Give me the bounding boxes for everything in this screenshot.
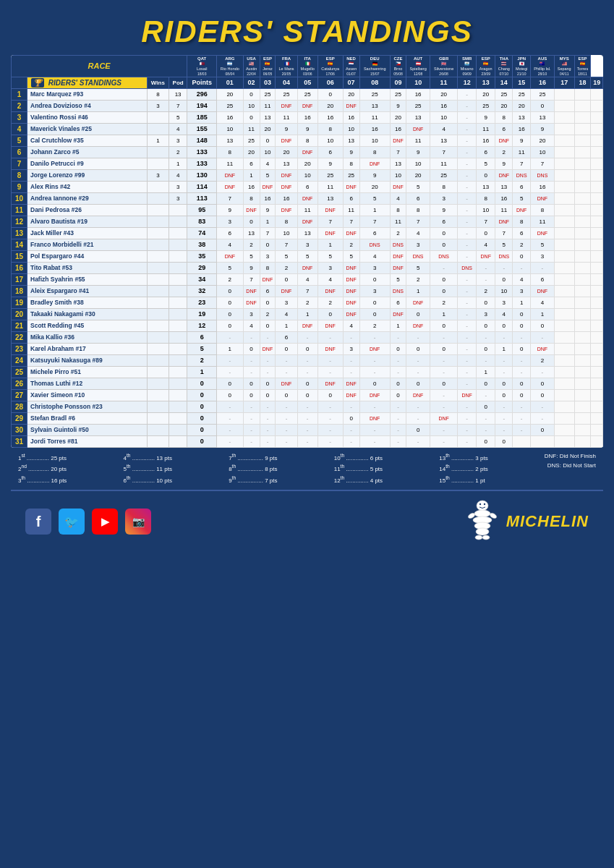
race-result-7: 10 bbox=[343, 123, 359, 135]
rider-podiums bbox=[169, 216, 187, 227]
race-num-19: 19 bbox=[591, 77, 603, 88]
race-result-3: 6 bbox=[260, 285, 276, 297]
race-result-12: - bbox=[458, 285, 477, 297]
race-result-19 bbox=[591, 343, 603, 354]
rider-points: 133 bbox=[187, 158, 217, 169]
race-result-13: 0 bbox=[477, 227, 495, 239]
race-result-3: 11 bbox=[260, 100, 276, 111]
rider-points: 133 bbox=[187, 146, 217, 158]
race-result-17 bbox=[554, 216, 574, 227]
rider-position: 8 bbox=[12, 169, 27, 181]
race-result-5: 0 bbox=[297, 389, 317, 401]
race-result-15: 1 bbox=[513, 297, 531, 308]
rider-points: 35 bbox=[187, 250, 217, 262]
rider-podiums: 5 bbox=[169, 111, 187, 123]
race-flag-14: ESP 🇪🇸 Aragon 23/09 bbox=[477, 56, 495, 77]
race-result-16: 25 bbox=[530, 88, 554, 100]
rider-podiums bbox=[169, 227, 187, 239]
race-result-9: - bbox=[390, 412, 406, 424]
race-result-3: 20 bbox=[260, 123, 276, 135]
race-result-16: 20 bbox=[530, 135, 554, 146]
race-result-8: 0 bbox=[359, 378, 390, 389]
wins-header: Wins bbox=[147, 77, 169, 88]
rider-wins bbox=[147, 366, 169, 378]
svg-point-10 bbox=[483, 503, 485, 505]
race-result-4: 20 bbox=[276, 146, 297, 158]
rider-name: Alex Rins #42 bbox=[27, 181, 148, 192]
race-result-13: 10 bbox=[477, 204, 495, 216]
race-result-17 bbox=[554, 111, 574, 123]
race-result-6: 3 bbox=[317, 262, 343, 273]
race-result-12: - bbox=[458, 88, 477, 100]
twitter-icon[interactable]: 🐦 bbox=[59, 509, 85, 535]
race-num-17: 17 bbox=[554, 77, 574, 88]
race-result-8: 2 bbox=[359, 320, 390, 331]
table-row: 4Maverick Vinales #254155101120998101616… bbox=[12, 123, 603, 135]
race-result-5: DNF bbox=[297, 262, 317, 273]
race-result-4: 2 bbox=[276, 262, 297, 273]
rider-podiums bbox=[169, 308, 187, 320]
race-result-2: - bbox=[243, 412, 260, 424]
race-result-13: - bbox=[477, 389, 495, 401]
race-result-4: 0 bbox=[276, 389, 297, 401]
rider-podiums bbox=[169, 412, 187, 424]
race-result-12: - bbox=[458, 412, 477, 424]
table-row: 3Valentino Rossi #4651851601311161616112… bbox=[12, 111, 603, 123]
rider-name: Hafizh Syahrin #55 bbox=[27, 273, 148, 285]
race-result-3: 16 bbox=[260, 192, 276, 204]
rider-points: 34 bbox=[187, 273, 217, 285]
race-result-9: 8 bbox=[390, 204, 406, 216]
race-result-14: 0 bbox=[495, 389, 513, 401]
race-result-14: - bbox=[495, 412, 513, 424]
rider-position: 3 bbox=[12, 111, 27, 123]
rider-podiums bbox=[169, 239, 187, 250]
race-result-3: 0 bbox=[260, 389, 276, 401]
table-row: 6Johann Zarco #521338201020DNF698797-621… bbox=[12, 146, 603, 158]
race-result-9: 4 bbox=[390, 192, 406, 204]
race-result-2: 5 bbox=[243, 250, 260, 262]
race-result-7: DNF bbox=[343, 100, 359, 111]
race-num-05: 05 bbox=[297, 77, 317, 88]
facebook-icon[interactable]: f bbox=[25, 509, 51, 535]
race-result-16: 10 bbox=[530, 146, 554, 158]
table-row: 16Tito Rabat #53295982DNF3DNF3DNF5-DNS--… bbox=[12, 262, 603, 273]
race-result-13: 9 bbox=[477, 111, 495, 123]
table-row: 23Karel Abraham #17510DNF00DNF3DNF000-01… bbox=[12, 343, 603, 354]
race-col-label: RACE bbox=[12, 56, 187, 77]
rider-wins bbox=[147, 435, 169, 447]
race-result-10: 11 bbox=[406, 135, 430, 146]
race-result-8: - bbox=[359, 354, 390, 366]
race-result-8: DNS bbox=[359, 239, 390, 250]
instagram-icon[interactable]: 📷 bbox=[125, 509, 151, 535]
rider-points: 0 bbox=[187, 435, 217, 447]
race-result-2: 0 bbox=[243, 378, 260, 389]
race-result-15: - bbox=[513, 354, 531, 366]
race-num-07: 07 bbox=[343, 77, 359, 88]
svg-point-0 bbox=[477, 501, 488, 511]
race-result-17 bbox=[554, 262, 574, 273]
race-result-6: 11 bbox=[317, 181, 343, 192]
race-result-15: 16 bbox=[513, 123, 531, 135]
table-row: 15Pol Espargaro #4435DNF5355554DNFDNSDNS… bbox=[12, 250, 603, 262]
youtube-icon[interactable]: ▶ bbox=[92, 509, 118, 535]
race-result-14: - bbox=[495, 401, 513, 412]
race-result-7: 7 bbox=[343, 216, 359, 227]
race-result-1: - bbox=[217, 331, 243, 343]
race-result-11: - bbox=[430, 424, 458, 435]
rider-name: Jordi Torres #81 bbox=[27, 435, 148, 447]
race-result-5: 1 bbox=[297, 308, 317, 320]
race-result-19 bbox=[591, 435, 603, 447]
race-result-14: - bbox=[495, 331, 513, 343]
rider-points: 155 bbox=[187, 123, 217, 135]
race-result-2: - bbox=[243, 424, 260, 435]
race-result-18 bbox=[574, 273, 591, 285]
race-result-4: 0 bbox=[276, 343, 297, 354]
race-result-4: - bbox=[276, 412, 297, 424]
rider-podiums bbox=[169, 378, 187, 389]
rider-position: 24 bbox=[12, 354, 27, 366]
race-result-15: 11 bbox=[513, 146, 531, 158]
race-num-16: 16 bbox=[530, 77, 554, 88]
race-result-14: 7 bbox=[495, 227, 513, 239]
race-result-2: 25 bbox=[243, 135, 260, 146]
race-result-8: - bbox=[359, 435, 390, 447]
